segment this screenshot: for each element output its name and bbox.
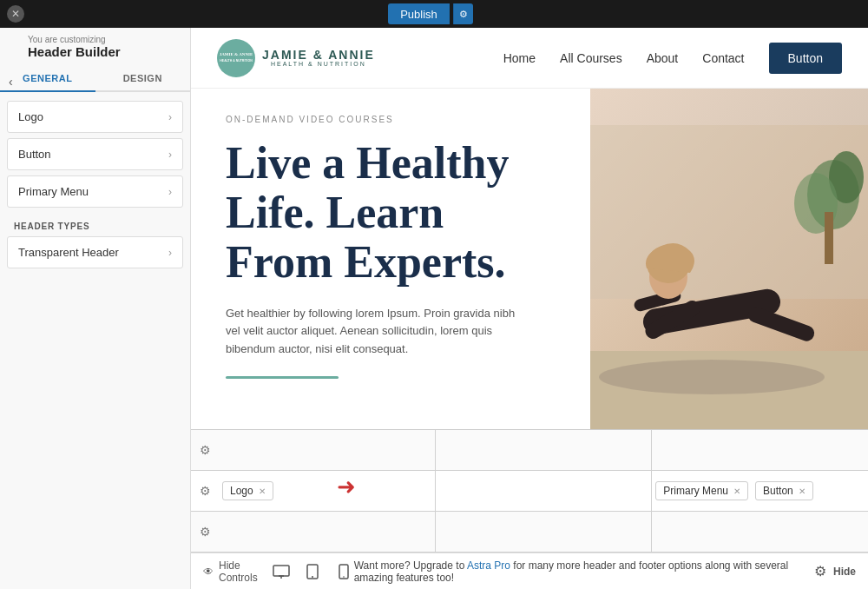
nav-about[interactable]: About xyxy=(647,51,679,65)
hero-section: ON-DEMAND VIDEO COURSES Live a Healthy L… xyxy=(191,89,868,429)
sidebar: ‹ You are customizing Header Builder GEN… xyxy=(0,28,191,589)
hero-title: Live a Healthy Life. Learn From Experts. xyxy=(226,138,556,288)
row2-center-section xyxy=(436,471,653,511)
arrow-indicator: ➜ xyxy=(337,473,356,500)
logo-chip-close[interactable]: ✕ xyxy=(259,486,266,496)
chevron-icon: › xyxy=(168,247,172,259)
settings-gear-icon[interactable]: ⚙ xyxy=(814,563,826,579)
row1-right-section xyxy=(652,430,868,470)
logo-text: JAMIE & ANNIE HEALTH & NUTRITION xyxy=(262,49,375,67)
svg-point-21 xyxy=(312,576,313,578)
row2-right-section: Primary Menu ✕ Button ✕ xyxy=(652,471,868,511)
tab-design[interactable]: DESIGN xyxy=(95,66,191,90)
row3-gear-icon[interactable]: ⚙ xyxy=(191,525,219,539)
logo-chip[interactable]: Logo ✕ xyxy=(222,481,273,500)
builder-area: ➜ ⚙ ⚙ Logo ✕ xyxy=(191,429,868,553)
brand-subtitle: HEALTH & NUTRITION xyxy=(262,61,375,67)
close-button[interactable]: ✕ xyxy=(7,5,24,23)
nav-button[interactable]: Button xyxy=(769,43,842,74)
hero-content: ON-DEMAND VIDEO COURSES Live a Healthy L… xyxy=(191,89,590,429)
svg-point-0 xyxy=(220,43,252,74)
desktop-device-button[interactable] xyxy=(271,561,292,582)
device-switcher xyxy=(271,561,354,582)
nav-all-courses[interactable]: All Courses xyxy=(560,51,622,65)
svg-point-23 xyxy=(343,576,345,578)
sidebar-item-button[interactable]: Button › xyxy=(7,138,183,170)
arrow-icon: ➜ xyxy=(337,473,356,500)
svg-text:JAMIE & ANNIE: JAMIE & ANNIE xyxy=(220,52,253,56)
svg-rect-17 xyxy=(273,566,289,576)
row3-left-section xyxy=(219,512,436,552)
eye-icon: 👁 xyxy=(203,566,214,578)
sidebar-item-logo[interactable]: Logo › xyxy=(7,101,183,133)
svg-text:HEALTH & NUTRITION: HEALTH & NUTRITION xyxy=(220,59,253,63)
top-bar: ✕ Publish ⚙ xyxy=(0,0,868,28)
hero-underline-decoration xyxy=(226,376,339,379)
tablet-device-button[interactable] xyxy=(302,561,323,582)
row1-gear-icon[interactable]: ⚙ xyxy=(191,443,219,457)
chevron-icon: › xyxy=(168,186,172,198)
sidebar-item-primary-menu[interactable]: Primary Menu › xyxy=(7,175,183,208)
builder-row-2: ⚙ Logo ✕ Primary Menu ✕ Button ✕ xyxy=(191,471,868,512)
builder-row-1: ⚙ xyxy=(191,430,868,471)
chevron-icon: › xyxy=(168,111,172,123)
hide-controls-button[interactable]: 👁 Hide Controls xyxy=(203,559,271,584)
svg-rect-8 xyxy=(825,212,833,264)
hero-image xyxy=(590,89,868,429)
hide-button[interactable]: Hide xyxy=(833,566,856,578)
sidebar-item-transparent-header[interactable]: Transparent Header › xyxy=(7,236,183,268)
publish-area: Publish ⚙ xyxy=(388,3,473,24)
button-chip[interactable]: Button ✕ xyxy=(755,481,813,500)
nav-home[interactable]: Home xyxy=(503,51,536,65)
row1-left-section xyxy=(219,430,436,470)
svg-point-10 xyxy=(599,360,825,394)
hide-controls-label: Hide Controls xyxy=(219,559,271,584)
logo-circle-icon: JAMIE & ANNIE HEALTH & NUTRITION xyxy=(217,39,255,77)
nav-contact[interactable]: Contact xyxy=(702,51,744,65)
hero-description: Get healthier by following lorem Ipsum. … xyxy=(226,305,521,359)
sidebar-header-row: ‹ You are customizing Header Builder xyxy=(0,28,190,66)
website-header: JAMIE & ANNIE HEALTH & NUTRITION JAMIE &… xyxy=(191,28,868,89)
primary-menu-chip-close[interactable]: ✕ xyxy=(733,486,740,496)
main-layout: ‹ You are customizing Header Builder GEN… xyxy=(0,28,868,589)
button-chip-close[interactable]: ✕ xyxy=(799,486,806,496)
hero-image-svg xyxy=(590,125,868,429)
brand-name: JAMIE & ANNIE xyxy=(262,49,375,61)
publish-button[interactable]: Publish xyxy=(388,3,450,24)
row2-left-section: Logo ✕ xyxy=(219,471,436,511)
builder-row-3: ⚙ xyxy=(191,512,868,553)
upgrade-message: Want more? Upgrade to Astra Pro for many… xyxy=(354,559,807,584)
header-types-label: HEADER TYPES xyxy=(7,213,183,236)
gear-icon: ⚙ xyxy=(459,9,468,20)
tab-general[interactable]: GENERAL xyxy=(0,66,95,92)
sidebar-tabs: GENERAL DESIGN xyxy=(0,66,190,92)
back-button[interactable]: ‹ xyxy=(9,75,13,89)
publish-settings-button[interactable]: ⚙ xyxy=(453,3,473,24)
astra-pro-link[interactable]: Astra Pro xyxy=(467,559,510,572)
logo-area: JAMIE & ANNIE HEALTH & NUTRITION JAMIE &… xyxy=(217,39,375,77)
preview-area: JAMIE & ANNIE HEALTH & NUTRITION JAMIE &… xyxy=(191,28,868,589)
bottom-right-controls: Want more? Upgrade to Astra Pro for many… xyxy=(354,559,856,584)
row3-center-section xyxy=(436,512,653,552)
mobile-device-button[interactable] xyxy=(333,561,354,582)
chevron-icon: › xyxy=(168,149,172,161)
hero-tag: ON-DEMAND VIDEO COURSES xyxy=(226,115,556,124)
page-title: Header Builder xyxy=(28,44,121,59)
customizing-label: You are customizing xyxy=(28,35,121,44)
row1-center-section xyxy=(436,430,653,470)
primary-menu-chip[interactable]: Primary Menu ✕ xyxy=(655,481,748,500)
bottom-bar: 👁 Hide Controls Want more? Upgrade to As… xyxy=(191,553,868,589)
sidebar-items: Logo › Button › Primary Menu › HEADER TY… xyxy=(0,92,190,589)
row2-gear-icon[interactable]: ⚙ xyxy=(191,484,219,498)
nav-links: Home All Courses About Contact Button xyxy=(503,43,842,74)
row3-right-section xyxy=(652,512,868,552)
